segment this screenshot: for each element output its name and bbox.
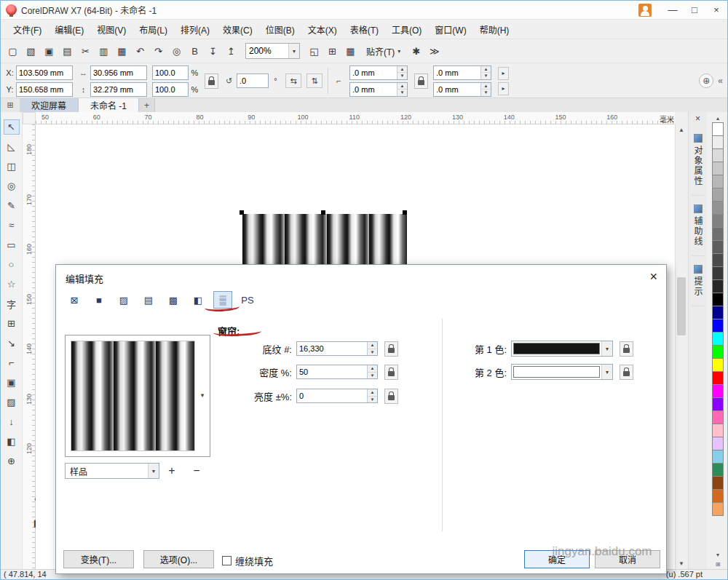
show-grid-icon[interactable]: ▦ — [342, 43, 359, 60]
corner-radius-bl-input[interactable] — [350, 83, 397, 96]
connector-tool[interactable]: ⌐ — [4, 355, 20, 370]
object-height-input[interactable] — [91, 83, 146, 96]
scroll-up-icon[interactable] — [676, 124, 687, 135]
spinner-up-icon[interactable] — [397, 83, 407, 90]
close-button[interactable]: × — [705, 1, 727, 19]
lock-icon[interactable] — [620, 365, 633, 380]
color-swatch[interactable] — [712, 122, 724, 136]
color-swatch[interactable] — [712, 371, 724, 385]
add-texture-button[interactable]: + — [164, 463, 180, 479]
freehand-tool[interactable]: ✎ — [4, 198, 20, 213]
scale-vertical-input[interactable] — [153, 83, 188, 96]
spinner-down-icon[interactable] — [481, 90, 491, 96]
transform-button[interactable]: 变换(T)... — [63, 550, 134, 568]
color-swatch[interactable] — [712, 410, 724, 424]
crop-tool[interactable]: ◫ — [4, 159, 20, 174]
color-swatch[interactable] — [712, 358, 724, 372]
color-swatch[interactable] — [712, 397, 724, 411]
selection-handle[interactable] — [321, 210, 325, 215]
text-tool[interactable]: 字 — [4, 296, 20, 311]
selection-handle[interactable] — [403, 210, 407, 215]
postscript-fill-icon[interactable]: PS — [238, 291, 257, 309]
color-swatch[interactable] — [712, 279, 724, 293]
add-tools-button[interactable]: ⊕ — [4, 453, 20, 469]
menu-item[interactable]: 排列(A) — [174, 20, 216, 39]
print-icon[interactable]: ▤ — [59, 43, 76, 60]
import-icon[interactable]: ↧ — [205, 43, 221, 60]
menu-item[interactable]: 帮助(H) — [473, 20, 516, 39]
lock-ratio-icon[interactable] — [205, 74, 218, 89]
lock-icon[interactable] — [384, 365, 398, 380]
color-swatch[interactable] — [712, 135, 724, 149]
drop-shadow-tool[interactable]: ▣ — [4, 375, 20, 390]
spinner-down-icon[interactable] — [397, 73, 407, 79]
new-document-icon[interactable]: ▢ — [4, 43, 21, 60]
ellipse-tool[interactable]: ○ — [4, 257, 20, 272]
color-swatch[interactable] — [712, 489, 724, 503]
copy-icon[interactable]: ▥ — [95, 43, 112, 60]
remove-texture-button[interactable]: − — [189, 463, 205, 479]
spinner-down-icon[interactable] — [397, 90, 407, 96]
spinner-up-icon[interactable] — [368, 365, 377, 373]
color-swatch[interactable] — [712, 162, 724, 175]
menu-item[interactable]: 文件(F) — [7, 20, 48, 39]
user-account-icon[interactable] — [638, 4, 652, 17]
texture-library-dropdown[interactable]: 样品 — [65, 463, 159, 479]
shape-tool[interactable]: ◺ — [4, 139, 20, 154]
ok-button[interactable]: 确定 — [524, 550, 590, 568]
scale-horizontal-input[interactable] — [153, 66, 188, 79]
color-swatch[interactable] — [712, 476, 724, 490]
selected-texture-object[interactable] — [242, 214, 407, 272]
fullscreen-preview-icon[interactable]: ◱ — [306, 43, 323, 60]
lock-icon[interactable] — [384, 389, 398, 404]
options-button[interactable]: 选项(O)... — [143, 550, 214, 568]
launcher-icon[interactable]: B — [186, 43, 203, 60]
chevron-down-icon[interactable] — [148, 464, 159, 478]
color-swatch[interactable] — [712, 201, 724, 215]
color-swatch[interactable] — [712, 332, 724, 346]
maximize-button[interactable]: □ — [684, 1, 705, 19]
color-swatch[interactable] — [712, 306, 724, 319]
propbar-overflow-icon[interactable] — [718, 76, 723, 86]
cut-icon[interactable]: ✂ — [77, 43, 94, 60]
paste-icon[interactable]: ▦ — [114, 43, 130, 60]
menu-item[interactable]: 窗口(W) — [428, 20, 472, 39]
brightness-input[interactable] — [297, 389, 367, 402]
color-swatch[interactable] — [712, 240, 724, 254]
open-icon[interactable]: ▧ — [23, 43, 39, 60]
spinner-down-icon[interactable] — [368, 373, 377, 379]
scroll-down-icon[interactable] — [676, 558, 687, 569]
menu-item[interactable]: 表格(T) — [344, 20, 385, 39]
corner-radius-br-input[interactable] — [434, 83, 480, 96]
horizontal-ruler[interactable]: 5060708090100110120130140150160 — [36, 112, 675, 124]
table-tool[interactable]: ⊞ — [4, 316, 20, 331]
redo-icon[interactable]: ↷ — [150, 43, 167, 60]
color-swatch[interactable] — [712, 266, 724, 280]
save-icon[interactable]: ▣ — [41, 43, 58, 60]
spinner-up-icon[interactable] — [368, 389, 377, 397]
menu-item[interactable]: 编辑(E) — [48, 20, 90, 39]
color-swatch[interactable] — [712, 319, 724, 333]
spinner-up-icon[interactable] — [481, 83, 491, 90]
color-swatch[interactable] — [712, 188, 724, 202]
mirror-vertical-button[interactable] — [306, 74, 323, 88]
selection-handle[interactable] — [240, 210, 244, 215]
menu-item[interactable]: 位图(B) — [259, 20, 301, 39]
preview-flyout-icon[interactable] — [197, 381, 207, 410]
ruler-origin-button[interactable] — [23, 112, 36, 124]
cancel-button[interactable]: 取消 — [595, 550, 660, 568]
corner-option-button[interactable] — [498, 82, 509, 95]
second-color-dropdown[interactable] — [511, 364, 613, 380]
artistic-media-tool[interactable]: ≈ — [4, 218, 20, 233]
palette-scroll-down-icon[interactable] — [707, 550, 728, 560]
texture-preview-box[interactable] — [65, 335, 210, 457]
chevron-down-icon[interactable] — [288, 44, 299, 58]
color-swatch[interactable] — [712, 148, 724, 162]
lock-corners-icon[interactable] — [414, 74, 428, 89]
first-color-dropdown[interactable] — [511, 341, 613, 357]
color-swatch[interactable] — [712, 227, 724, 241]
undo-icon[interactable]: ↶ — [132, 43, 149, 60]
spinner-up-icon[interactable] — [397, 66, 407, 74]
color-swatch[interactable] — [712, 253, 724, 267]
pick-tool[interactable]: ↖ — [4, 119, 20, 135]
